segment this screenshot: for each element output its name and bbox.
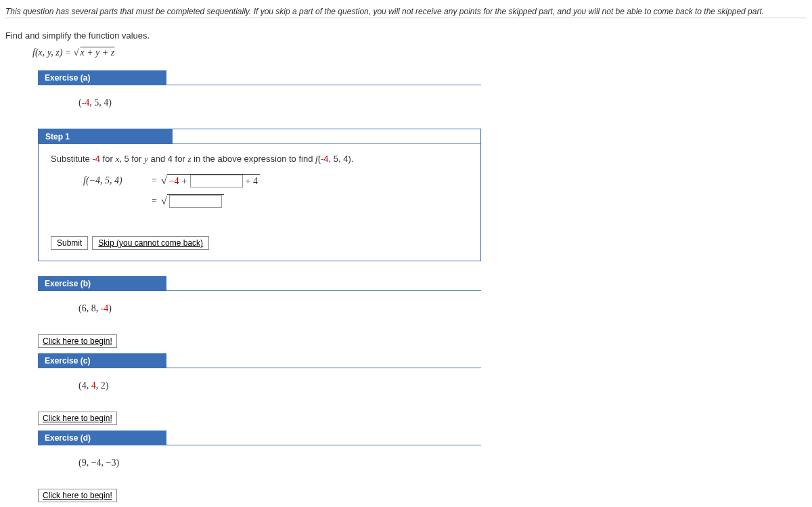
step1-equation-1: f(−4, 5, 4) = √ −4 + + 4 [83, 174, 468, 188]
ex-b-suffix: ) [108, 303, 112, 313]
step1-button-row: Submit Skip (you cannot come back) [51, 236, 468, 250]
ex-c-prefix: (4, [78, 380, 91, 391]
s1-m3: and 4 for [148, 154, 188, 164]
ex-a-suffix: , 5, 4) [89, 97, 112, 108]
s1-m1: for [100, 154, 115, 164]
function-definition: f(x, y, z) = x + y + z [32, 47, 807, 58]
begin-button-b[interactable]: Click here to begin! [38, 334, 117, 348]
step1-blank-2[interactable] [169, 195, 222, 208]
ex-c-red: 4 [91, 380, 96, 391]
eq1-plus4: + 4 [246, 176, 258, 187]
eq1-neg4: −4 [169, 176, 179, 187]
sqrt-icon: √ [161, 175, 167, 187]
s1-pre: Substitute [51, 154, 92, 164]
s1-m4: in the above expression to find [191, 154, 315, 164]
exercise-a-header: Exercise (a) [38, 70, 481, 85]
sqrt-icon: √ [161, 195, 167, 207]
eq2-eq: = [152, 196, 157, 206]
eq2-radical: √ [161, 194, 224, 208]
step1-blank-1[interactable] [190, 175, 243, 188]
step-1-label: Step 1 [39, 129, 173, 144]
exercise-c-value: (4, 4, 2) [78, 380, 481, 391]
exercise-d-header: Exercise (d) [38, 431, 481, 445]
formula-lhs: f(x, y, z) = [32, 47, 74, 58]
eq1-lhs: f(−4, 5, 4) [83, 175, 148, 186]
ex-a-red: -4 [82, 97, 90, 108]
step-1-text: Substitute -4 for x, 5 for y and 4 for z… [51, 154, 468, 164]
ex-c-suffix: , 2) [96, 380, 109, 391]
exercise-a-value: (-4, 5, 4) [78, 97, 481, 108]
exercise-a-label: Exercise (a) [38, 70, 166, 85]
step1-equation-2: = √ [83, 194, 468, 208]
s1-red: -4 [92, 154, 100, 164]
skip-button-text: Skip (you cannot come back) [98, 238, 203, 248]
exercise-d-rule [166, 445, 481, 445]
exercise-b-label: Exercise (b) [38, 276, 166, 291]
eq1-eq: = [152, 175, 157, 186]
exercise-d-label: Exercise (d) [38, 431, 166, 445]
question-prompt: Find and simplify the function values. [5, 30, 807, 41]
s1-m2: , 5 for [119, 154, 144, 164]
skip-button[interactable]: Skip (you cannot come back) [92, 236, 209, 250]
ex-b-red: -4 [101, 303, 109, 313]
formula-radicand: x + y + z [78, 47, 114, 58]
eq1-plus1: + [182, 176, 187, 187]
exercise-c-label: Exercise (c) [38, 353, 166, 368]
step-1-rule [173, 129, 480, 144]
s1-red2: -4 [321, 154, 329, 164]
ex-d-text: (9, −4, −3) [78, 458, 119, 468]
s1-close: , 5, 4). [329, 154, 354, 164]
exercise-d-value: (9, −4, −3) [78, 458, 481, 468]
begin-button-c[interactable]: Click here to begin! [38, 412, 117, 425]
exercise-b-rule [166, 290, 481, 291]
exercise-b-header: Exercise (b) [38, 276, 481, 291]
exercise-c-rule [166, 368, 481, 368]
exercise-b-value: (6, 8, -4) [78, 303, 481, 314]
begin-button-d[interactable]: Click here to begin! [38, 489, 117, 502]
submit-button[interactable]: Submit [51, 236, 88, 250]
eq1-radical: √ −4 + + 4 [161, 174, 260, 188]
exercise-a-rule [166, 85, 481, 85]
exercise-c-header: Exercise (c) [38, 353, 481, 368]
ex-b-prefix: (6, 8, [78, 303, 101, 313]
sequential-parts-warning: This question has several parts that mus… [5, 7, 807, 18]
step-1-box: Step 1 Substitute -4 for x, 5 for y and … [38, 129, 481, 261]
